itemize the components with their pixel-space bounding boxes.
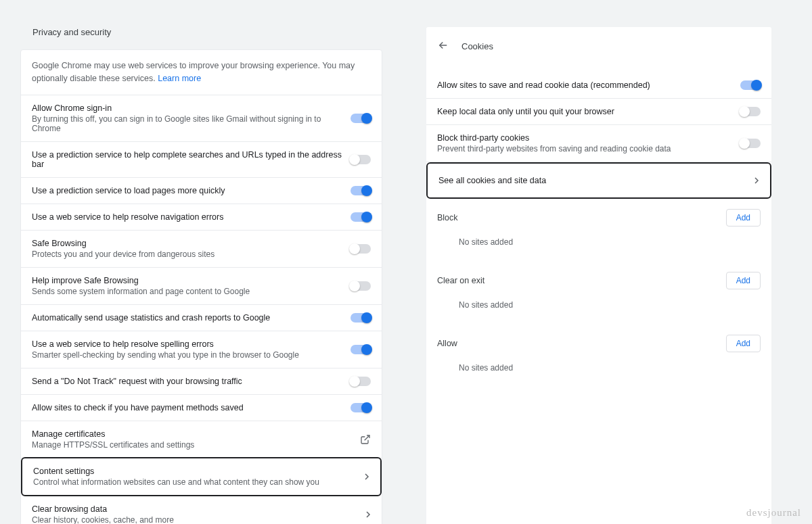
chevron-right-icon <box>365 473 369 480</box>
site-group-header: AllowAdd <box>426 325 771 354</box>
toggle[interactable] <box>351 377 371 386</box>
row-subtitle: Clear history, cookies, cache, and more <box>32 515 366 525</box>
add-button[interactable]: Add <box>726 272 761 289</box>
row-title: Help improve Safe Browsing <box>32 276 351 285</box>
row-subtitle: Control what information websites can us… <box>33 477 365 487</box>
toggle[interactable] <box>351 155 371 164</box>
toggle[interactable] <box>740 139 761 148</box>
privacy-row: Send a "Do Not Track" request with your … <box>21 368 382 395</box>
row-title: Safe Browsing <box>32 239 351 248</box>
chevron-right-icon <box>754 177 759 184</box>
toggle[interactable] <box>351 281 371 291</box>
toggle[interactable] <box>351 403 371 412</box>
see-all-cookies-row[interactable]: See all cookies and site data <box>426 162 771 199</box>
row-subtitle: By turning this off, you can sign in to … <box>32 114 351 133</box>
row-subtitle: Prevent third-party websites from saving… <box>437 144 740 153</box>
row-subtitle: Smarter spell-checking by sending what y… <box>32 350 351 360</box>
chevron-right-icon <box>366 511 371 518</box>
add-button[interactable]: Add <box>726 335 761 352</box>
row-subtitle: Sends some system information and page c… <box>32 287 351 296</box>
row-subtitle: Protects you and your device from danger… <box>32 249 351 259</box>
group-title: Block <box>437 213 458 222</box>
privacy-row: Use a prediction service to help complet… <box>21 142 382 178</box>
toggle[interactable] <box>351 345 371 354</box>
see-all-cookies-label: See all cookies and site data <box>438 176 546 185</box>
row-title: Clear browsing data <box>32 504 366 514</box>
row-title: Use a prediction service to help complet… <box>32 150 351 169</box>
privacy-row: Use a web service to help resolve spelli… <box>21 331 382 368</box>
toggle[interactable] <box>351 186 371 195</box>
row-title: Use a prediction service to load pages m… <box>32 186 351 195</box>
toggle[interactable] <box>351 313 371 323</box>
toggle[interactable] <box>740 107 761 116</box>
cookies-row: Allow sites to save and read cookie data… <box>426 72 771 99</box>
site-group-header: BlockAdd <box>426 199 771 228</box>
privacy-row[interactable]: Manage certificatesManage HTTPS/SSL cert… <box>21 421 382 458</box>
empty-state: No sites added <box>426 228 771 262</box>
group-title: Clear on exit <box>437 276 484 285</box>
row-title: Allow sites to check if you have payment… <box>32 403 351 412</box>
site-group-header: Clear on exitAdd <box>426 262 771 291</box>
row-title: Manage certificates <box>32 429 360 439</box>
row-title: Block third-party cookies <box>437 133 740 143</box>
privacy-row: Use a web service to help resolve naviga… <box>21 204 382 231</box>
privacy-row: Help improve Safe BrowsingSends some sys… <box>21 268 382 305</box>
row-title: Use a web service to help resolve naviga… <box>32 212 351 222</box>
privacy-row: Allow sites to check if you have payment… <box>21 395 382 421</box>
privacy-row[interactable]: Content settingsControl what information… <box>21 457 382 496</box>
cookies-header: Cookies <box>461 41 493 51</box>
row-title: Send a "Do Not Track" request with your … <box>32 377 351 386</box>
cookies-row: Block third-party cookiesPrevent third-p… <box>426 125 771 162</box>
privacy-card: Google Chrome may use web services to im… <box>20 49 382 524</box>
toggle[interactable] <box>351 212 371 222</box>
external-link-icon[interactable] <box>360 434 371 445</box>
empty-state: No sites added <box>426 291 771 325</box>
privacy-row: Allow Chrome sign-inBy turning this off,… <box>21 95 382 142</box>
learn-more-link[interactable]: Learn more <box>158 74 201 83</box>
cookies-panel: Cookies Allow sites to save and read coo… <box>426 27 771 524</box>
row-title: Allow Chrome sign-in <box>32 103 351 113</box>
privacy-row[interactable]: Clear browsing dataClear history, cookie… <box>21 496 382 525</box>
toggle[interactable] <box>351 244 371 254</box>
row-subtitle: Manage HTTPS/SSL certificates and settin… <box>32 440 360 450</box>
row-title: Automatically send usage statistics and … <box>32 313 351 323</box>
row-title: Allow sites to save and read cookie data… <box>437 80 740 90</box>
back-arrow-icon[interactable] <box>437 39 449 53</box>
toggle[interactable] <box>740 80 761 90</box>
cookies-row: Keep local data only until you quit your… <box>426 99 771 125</box>
toggle[interactable] <box>351 114 371 123</box>
row-title: Keep local data only until you quit your… <box>437 107 740 116</box>
privacy-row: Safe BrowsingProtects you and your devic… <box>21 231 382 268</box>
add-button[interactable]: Add <box>726 209 761 227</box>
row-title: Use a web service to help resolve spelli… <box>32 339 351 349</box>
row-title: Content settings <box>33 467 365 476</box>
section-title-privacy: Privacy and security <box>32 27 382 37</box>
watermark: devsjournal <box>746 507 801 519</box>
empty-state: No sites added <box>426 354 771 387</box>
privacy-row: Automatically send usage statistics and … <box>21 305 382 331</box>
intro-text: Google Chrome may use web services to im… <box>21 50 382 95</box>
privacy-row: Use a prediction service to load pages m… <box>21 178 382 204</box>
group-title: Allow <box>437 339 457 348</box>
